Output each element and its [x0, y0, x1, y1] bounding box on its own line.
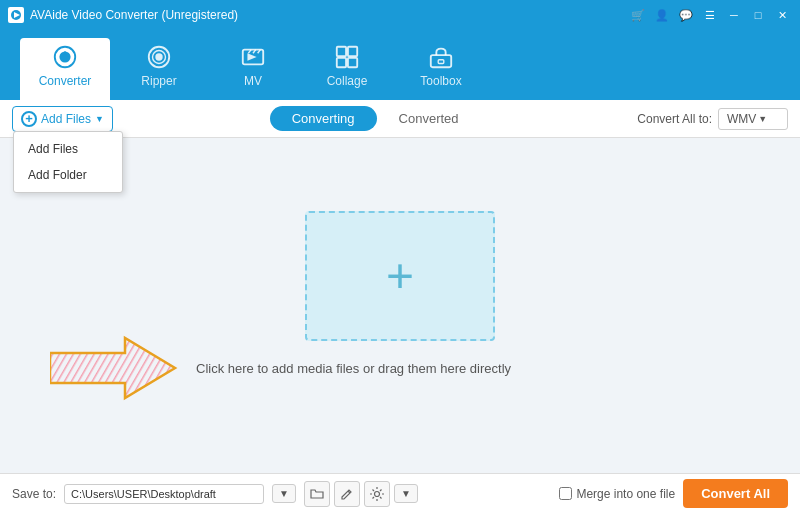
settings-dropdown-arrow[interactable]: ▼: [394, 484, 418, 503]
merge-label: Merge into one file: [576, 487, 675, 501]
add-files-label: Add Files: [41, 112, 91, 126]
convert-all-button[interactable]: Convert All: [683, 479, 788, 508]
dropdown-add-folder[interactable]: Add Folder: [14, 162, 122, 188]
nav-item-collage[interactable]: Collage: [302, 38, 392, 100]
toolbar: + Add Files ▼ Add Files Add Folder Conve…: [0, 100, 800, 138]
svg-rect-11: [348, 58, 357, 67]
merge-checkbox-label: Merge into one file: [559, 487, 675, 501]
nav-item-toolbox[interactable]: Toolbox: [396, 38, 486, 100]
nav-item-converter[interactable]: Converter: [20, 38, 110, 100]
app-logo: [8, 7, 24, 23]
settings-icon-btn[interactable]: [364, 481, 390, 507]
merge-checkbox[interactable]: [559, 487, 572, 500]
svg-rect-9: [348, 47, 357, 56]
close-icon[interactable]: ✕: [772, 5, 792, 25]
status-icons: ▼: [304, 481, 418, 507]
user-icon[interactable]: 👤: [652, 5, 672, 25]
window-controls: 🛒 👤 💬 ☰ ─ □ ✕: [628, 5, 792, 25]
app-title: AVAide Video Converter (Unregistered): [30, 8, 238, 22]
nav-label-collage: Collage: [327, 74, 368, 88]
format-value: WMV: [727, 112, 756, 126]
menu-icon[interactable]: ☰: [700, 5, 720, 25]
status-bar: Save to: ▼ ▼ Merge into one file Convert…: [0, 473, 800, 513]
drop-zone[interactable]: +: [305, 211, 495, 341]
tab-converted[interactable]: Converted: [377, 106, 481, 131]
chat-icon[interactable]: 💬: [676, 5, 696, 25]
edit-icon-btn[interactable]: [334, 481, 360, 507]
svg-rect-12: [431, 55, 451, 67]
maximize-icon[interactable]: □: [748, 5, 768, 25]
hint-row: Click here to add media files or drag th…: [50, 333, 511, 403]
format-select[interactable]: WMV ▼: [718, 108, 788, 130]
dropdown-add-files[interactable]: Add Files: [14, 136, 122, 162]
tab-converting[interactable]: Converting: [270, 106, 377, 131]
tab-group: Converting Converted: [123, 106, 627, 131]
convert-all-to-section: Convert All to: WMV ▼: [637, 108, 788, 130]
nav-item-ripper[interactable]: Ripper: [114, 38, 204, 100]
cart-icon[interactable]: 🛒: [628, 5, 648, 25]
nav-label-mv: MV: [244, 74, 262, 88]
nav-label-ripper: Ripper: [141, 74, 176, 88]
add-files-button[interactable]: + Add Files ▼ Add Files Add Folder: [12, 106, 113, 132]
nav-label-converter: Converter: [39, 74, 92, 88]
svg-point-5: [155, 53, 162, 60]
folder-icon-btn[interactable]: [304, 481, 330, 507]
svg-rect-8: [337, 47, 346, 56]
svg-rect-10: [337, 58, 346, 67]
nav-label-toolbox: Toolbox: [420, 74, 461, 88]
svg-rect-13: [438, 60, 444, 64]
drop-zone-hint: Click here to add media files or drag th…: [196, 361, 511, 376]
arrow-graphic: [50, 333, 180, 403]
svg-point-17: [374, 491, 379, 496]
drop-zone-plus-icon: +: [386, 252, 414, 300]
top-nav: Converter Ripper MV Collage: [0, 30, 800, 100]
save-path-dropdown-btn[interactable]: ▼: [272, 484, 296, 503]
minimize-icon[interactable]: ─: [724, 5, 744, 25]
convert-all-to-label: Convert All to:: [637, 112, 712, 126]
dropdown-arrow-icon: ▼: [95, 114, 104, 124]
title-bar: AVAide Video Converter (Unregistered) 🛒 …: [0, 0, 800, 30]
save-to-label: Save to:: [12, 487, 56, 501]
svg-marker-15: [50, 338, 175, 398]
plus-circle-icon: +: [21, 111, 37, 127]
nav-item-mv[interactable]: MV: [208, 38, 298, 100]
add-files-dropdown: Add Files Add Folder: [13, 131, 123, 193]
format-dropdown-arrow: ▼: [758, 114, 767, 124]
save-path-input[interactable]: [64, 484, 264, 504]
